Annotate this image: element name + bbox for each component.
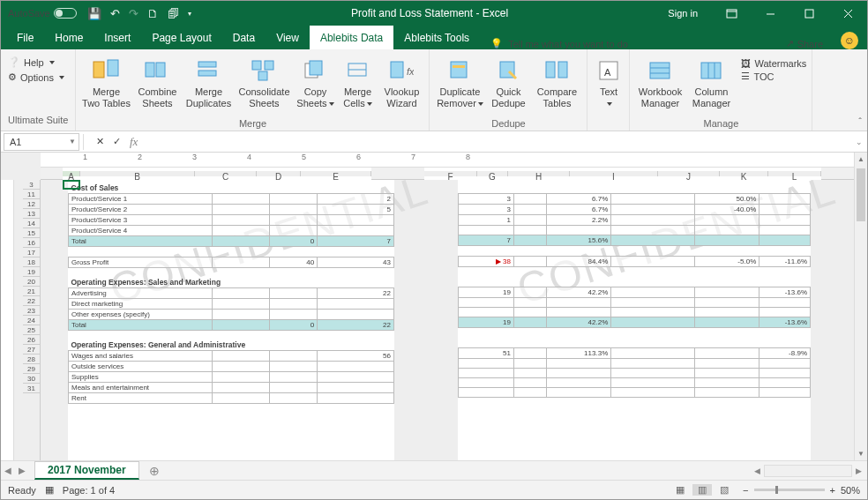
row-header[interactable]: 24	[23, 316, 40, 325]
scroll-right-icon[interactable]: ▶	[854, 466, 864, 475]
row-header[interactable]: 30	[23, 374, 40, 384]
tab-page-layout[interactable]: Page Layout	[141, 26, 221, 49]
new-file-icon[interactable]: 🗋	[147, 7, 159, 20]
open-icon[interactable]: 🗐	[168, 7, 179, 20]
column-header[interactable]: F	[424, 171, 477, 176]
quick-dedupe-button[interactable]: QuickDedupe	[486, 53, 530, 118]
formula-input[interactable]	[146, 133, 851, 151]
column-header[interactable]: B	[80, 171, 195, 176]
maximize-button[interactable]	[789, 1, 828, 26]
tab-insert[interactable]: Insert	[94, 26, 141, 49]
expand-formula-bar-icon[interactable]: ⌄	[851, 138, 867, 146]
row-header[interactable]: 16	[23, 238, 40, 248]
row-header[interactable]: 12	[23, 199, 40, 209]
scroll-up-icon[interactable]: ▲	[855, 153, 867, 166]
merge-cells-button[interactable]: MergeCells	[337, 53, 378, 118]
tab-ablebits-tools[interactable]: Ablebits Tools	[393, 26, 480, 49]
column-header[interactable]: L	[768, 171, 821, 176]
row-header[interactable]: 22	[23, 296, 40, 306]
zoom-slider[interactable]	[754, 489, 825, 491]
watermarks-button[interactable]: 🖼Watermarks	[741, 58, 806, 69]
view-normal-icon[interactable]: ▦	[670, 484, 690, 496]
view-page-layout-icon[interactable]: ▥	[692, 484, 712, 496]
row-header[interactable]: 29	[23, 364, 40, 374]
scroll-left-icon[interactable]: ◀	[752, 466, 762, 475]
fx-icon[interactable]: fx	[130, 135, 138, 149]
add-sheet-button[interactable]: ⊕	[145, 461, 164, 481]
toc-button[interactable]: ☰TOC	[741, 71, 806, 82]
feedback-smiley-icon[interactable]: ☺	[841, 32, 858, 49]
column-header[interactable]: J	[658, 171, 720, 176]
row-header[interactable]: 20	[23, 277, 40, 287]
merge-two-tables-button[interactable]: MergeTwo Tables	[81, 53, 131, 118]
column-header[interactable]: E	[301, 171, 371, 176]
merge-duplicates-button[interactable]: MergeDuplicates	[183, 53, 233, 118]
vertical-scrollbar[interactable]: ▲ ▼	[854, 153, 867, 460]
zoom-level[interactable]: 50%	[841, 485, 860, 496]
column-header[interactable]: A	[63, 171, 80, 176]
save-icon[interactable]: 💾	[87, 7, 101, 20]
row-header[interactable]: 13	[23, 209, 40, 219]
scroll-thumb[interactable]	[857, 168, 865, 221]
column-header[interactable]: G	[477, 171, 508, 176]
confirm-formula-icon[interactable]: ✓	[113, 136, 121, 147]
column-header[interactable]: D	[257, 171, 301, 176]
signin-link[interactable]: Sign in	[668, 8, 698, 19]
tab-view[interactable]: View	[266, 26, 310, 49]
row-header[interactable]: 23	[23, 306, 40, 316]
ribbon-display-options[interactable]	[712, 1, 751, 26]
column-header[interactable]: C	[195, 171, 257, 176]
column-header[interactable]: H	[508, 171, 570, 176]
column-manager-button[interactable]: ColumnManager	[686, 53, 736, 118]
combine-sheets-button[interactable]: CombineSheets	[132, 53, 182, 118]
horizontal-scrollbar[interactable]: ◀ ▶	[164, 465, 867, 477]
vlookup-wizard-button[interactable]: fxVlookupWizard	[379, 53, 423, 118]
help-button[interactable]: ❔Help	[8, 55, 68, 70]
page-left[interactable]: CONFIDENTIAL Cost of SalesProduct/Servic…	[68, 180, 394, 460]
macro-icon[interactable]: ▦	[45, 484, 54, 496]
page-right[interactable]: CONFIDENTIAL 36.7%50.0%36.7%-40.0%12.2%7…	[458, 180, 811, 460]
row-header[interactable]: 25	[23, 325, 40, 335]
duplicate-remover-button[interactable]: DuplicateRemover	[435, 53, 484, 118]
qat-dropdown-icon[interactable]: ▾	[188, 10, 191, 18]
zoom-in-button[interactable]: +	[830, 485, 835, 496]
row-header[interactable]: 21	[23, 287, 40, 296]
row-header[interactable]: 15	[23, 228, 40, 238]
consolidate-sheets-button[interactable]: ConsolidateSheets	[235, 53, 293, 118]
undo-icon[interactable]: ↶	[110, 7, 120, 20]
column-header[interactable]: I	[570, 171, 658, 176]
tab-nav-prev-icon[interactable]: ◀	[1, 466, 15, 475]
options-button[interactable]: ⚙Options	[8, 70, 68, 85]
close-button[interactable]	[828, 1, 867, 26]
tab-file[interactable]: File	[6, 26, 44, 49]
workbook-manager-button[interactable]: WorkbookManager	[635, 53, 685, 118]
tab-data[interactable]: Data	[222, 26, 266, 49]
row-header[interactable]: 19	[23, 267, 40, 277]
tellme-search[interactable]: 💡 Tell me what you want to do	[480, 38, 786, 49]
row-header[interactable]: 14	[23, 219, 40, 228]
tab-nav-next-icon[interactable]: ▶	[15, 466, 29, 475]
sheet-tab-active[interactable]: 2017 November	[34, 461, 139, 480]
tab-ablebits-data[interactable]: Ablebits Data	[310, 26, 393, 49]
column-header[interactable]: K	[720, 171, 768, 176]
name-box[interactable]: A1▼	[4, 133, 79, 151]
row-header[interactable]: 27	[23, 345, 40, 354]
row-header[interactable]: 26	[23, 335, 40, 345]
view-page-break-icon[interactable]: ▧	[715, 484, 734, 496]
zoom-out-button[interactable]: −	[743, 485, 748, 496]
collapse-ribbon-icon[interactable]: ˆ	[858, 116, 862, 127]
scroll-down-icon[interactable]: ▼	[855, 447, 867, 460]
row-header[interactable]: 31	[23, 384, 40, 393]
copy-sheets-button[interactable]: CopySheets	[295, 53, 335, 118]
autosave-toggle[interactable]: AutoSave	[8, 8, 77, 19]
row-header[interactable]: 28	[23, 354, 40, 364]
text-button[interactable]: AText	[593, 53, 624, 118]
row-header[interactable]: 11	[23, 190, 40, 199]
compare-tables-button[interactable]: CompareTables	[532, 53, 581, 118]
share-button[interactable]: ↗ Share	[786, 38, 832, 49]
cancel-formula-icon[interactable]: ✕	[96, 136, 104, 147]
tab-home[interactable]: Home	[44, 26, 94, 49]
row-header[interactable]: 18	[23, 257, 40, 267]
row-header[interactable]: 17	[23, 248, 40, 257]
minimize-button[interactable]	[751, 1, 789, 26]
